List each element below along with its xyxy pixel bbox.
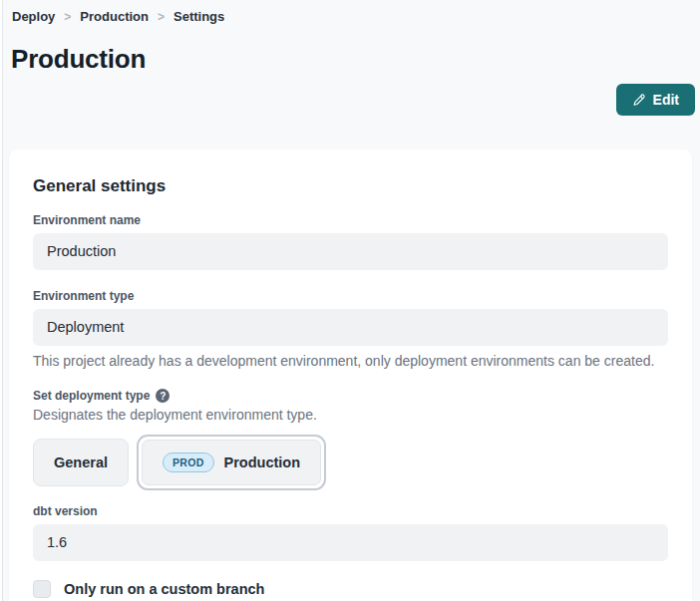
prod-badge: PROD xyxy=(163,452,214,472)
breadcrumb: Deploy > Production > Settings xyxy=(12,9,224,24)
environment-name-label: Environment name xyxy=(33,213,668,227)
deployment-type-label: Set deployment type ? xyxy=(33,389,668,403)
environment-type-helper-text: This project already has a development e… xyxy=(33,353,668,369)
pencil-icon xyxy=(632,94,645,107)
content-left-divider xyxy=(0,0,3,601)
edit-button-label: Edit xyxy=(653,92,679,108)
deployment-type-selected-ring: PROD Production xyxy=(137,435,326,490)
custom-branch-row[interactable]: Only run on a custom branch xyxy=(33,580,668,598)
breadcrumb-settings[interactable]: Settings xyxy=(174,9,224,24)
environment-type-label: Environment type xyxy=(33,289,668,303)
breadcrumb-production[interactable]: Production xyxy=(80,9,149,24)
chevron-right-icon: > xyxy=(158,10,165,24)
deployment-type-option-production[interactable]: PROD Production xyxy=(142,440,321,485)
page-title: Production xyxy=(11,44,146,75)
dbt-version-input[interactable]: 1.6 xyxy=(33,524,668,561)
help-circle-icon[interactable]: ? xyxy=(156,389,170,403)
option-general-label: General xyxy=(54,454,108,470)
deployment-type-options: General PROD Production xyxy=(33,435,668,490)
environment-type-input[interactable]: Deployment xyxy=(33,309,668,346)
custom-branch-label: Only run on a custom branch xyxy=(64,581,264,597)
chevron-right-icon: > xyxy=(64,10,71,24)
dbt-version-label: dbt version xyxy=(33,504,668,518)
breadcrumb-deploy[interactable]: Deploy xyxy=(12,9,55,24)
card-title: General settings xyxy=(33,176,668,196)
custom-branch-checkbox[interactable] xyxy=(33,580,51,598)
edit-button[interactable]: Edit xyxy=(616,84,695,116)
environment-name-input[interactable]: Production xyxy=(33,233,668,270)
deployment-type-option-general[interactable]: General xyxy=(33,439,129,486)
option-production-label: Production xyxy=(224,454,301,470)
deployment-type-description: Designates the deployment environment ty… xyxy=(33,407,668,423)
general-settings-card: General settings Environment name Produc… xyxy=(9,150,692,601)
deployment-type-label-text: Set deployment type xyxy=(33,389,150,403)
